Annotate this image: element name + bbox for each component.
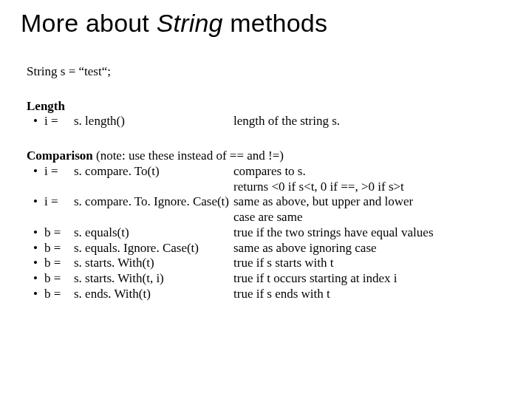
filler — [27, 180, 233, 195]
comparison-row: • b = s. equals. Ignore. Case(t) same as… — [27, 241, 511, 256]
bullet-icon: • — [27, 256, 44, 271]
title-italic: String — [157, 9, 223, 37]
comparison-row-note: case are same — [27, 210, 511, 225]
var-cell: b = — [44, 241, 74, 256]
expr-cell: s. length() — [74, 114, 233, 129]
var-cell: i = — [44, 114, 74, 129]
expr-cell: s. compare. To. Ignore. Case(t) — [74, 194, 233, 210]
desc-cell: returns <0 if s<t, 0 if ==, >0 if s>t — [233, 180, 511, 195]
comparison-heading: Comparison — [27, 149, 93, 163]
slide-body: String s = “test“; Length • i = s. lengt… — [21, 64, 511, 302]
bullet-icon: • — [27, 287, 44, 302]
bullet-icon: • — [27, 241, 44, 256]
desc-cell: true if the two strings have equal value… — [233, 225, 511, 241]
desc-cell: true if t occurs starting at index i — [233, 271, 511, 287]
bullet-icon: • — [27, 164, 44, 180]
title-prefix: More about — [21, 9, 157, 37]
bullet-icon: • — [27, 194, 44, 210]
title-suffix: methods — [223, 9, 327, 37]
desc-cell: true if s starts with t — [233, 256, 511, 271]
var-cell: i = — [44, 194, 74, 210]
comparison-row: • b = s. starts. With(t, i) true if t oc… — [27, 271, 511, 287]
comparison-row: • b = s. equals(t) true if the two strin… — [27, 225, 511, 241]
expr-cell: s. ends. With(t) — [74, 287, 233, 302]
comparison-row: • b = s. starts. With(t) true if s start… — [27, 256, 511, 271]
filler — [27, 210, 233, 225]
var-cell: b = — [44, 271, 74, 287]
slide: More about String methods String s = “te… — [0, 0, 532, 336]
var-cell: b = — [44, 225, 74, 241]
expr-cell: s. equals(t) — [74, 225, 233, 241]
length-heading: Length — [27, 99, 511, 115]
expr-cell: s. starts. With(t, i) — [74, 271, 233, 287]
desc-cell: true if s ends with t — [233, 287, 511, 302]
desc-cell: length of the string s. — [233, 114, 511, 129]
bullet-icon: • — [27, 225, 44, 241]
var-cell: i = — [44, 164, 74, 180]
declaration: String s = “test“; — [27, 64, 511, 80]
comparison-heading-line: Comparison (note: use these instead of =… — [27, 149, 511, 164]
expr-cell: s. equals. Ignore. Case(t) — [74, 241, 233, 256]
comparison-row: • i = s. compare. To. Ignore. Case(t) sa… — [27, 194, 511, 210]
desc-cell: case are same — [233, 210, 511, 225]
comparison-row-note: returns <0 if s<t, 0 if ==, >0 if s>t — [27, 180, 511, 195]
comparison-row: • i = s. compare. To(t) compares to s. — [27, 164, 511, 180]
desc-cell: same as above, but upper and lower — [233, 194, 511, 210]
desc-cell: compares to s. — [233, 164, 511, 180]
var-cell: b = — [44, 287, 74, 302]
desc-cell: same as above ignoring case — [233, 241, 511, 256]
expr-cell: s. starts. With(t) — [74, 256, 233, 271]
var-cell: b = — [44, 256, 74, 271]
comparison-heading-note: (note: use these instead of == and !=) — [93, 149, 284, 163]
bullet-icon: • — [27, 114, 44, 129]
comparison-row: • b = s. ends. With(t) true if s ends wi… — [27, 287, 511, 302]
slide-title: More about String methods — [21, 9, 511, 38]
length-row: • i = s. length() length of the string s… — [27, 114, 511, 129]
comparison-section: Comparison (note: use these instead of =… — [27, 149, 511, 301]
bullet-icon: • — [27, 271, 44, 287]
length-section: Length • i = s. length() length of the s… — [27, 99, 511, 129]
expr-cell: s. compare. To(t) — [74, 164, 233, 180]
